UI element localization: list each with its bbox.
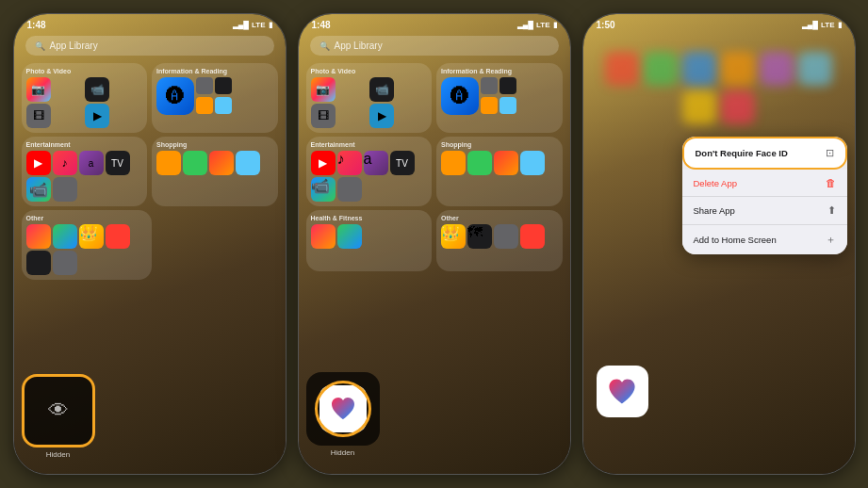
game-icon-1[interactable]: 👑	[79, 224, 104, 249]
shop1-icon-2[interactable]	[441, 151, 466, 175]
context-menu-rest: Delete App 🗑 Share App ⬆ Add to Home Scr…	[682, 170, 847, 254]
hidden-app-wrapper-2: Hidden	[306, 372, 380, 457]
books-icon-1[interactable]	[215, 77, 232, 94]
search-bar-text-2: App Library	[335, 41, 383, 51]
phone-2: 1:48 ▂▄█ LTE ▮ 🔍 App Library Photo & Vid…	[298, 13, 571, 475]
faceid-icon: ⊡	[826, 147, 834, 159]
shop1-icon-1[interactable]	[156, 151, 181, 175]
share-app-item[interactable]: Share App ⬆	[682, 197, 847, 225]
photos2-app-2[interactable]: 🎞	[311, 104, 336, 128]
info-reading-label-2: Information & Reading	[441, 68, 558, 74]
add-home-icon: ＋	[826, 233, 836, 247]
shop2-icon-2[interactable]	[467, 151, 492, 175]
other-ent-2[interactable]	[337, 177, 362, 202]
eye-icon-1: 👁	[48, 399, 69, 423]
shopping-label-2: Shopping	[441, 141, 558, 148]
health-heart-icon-2[interactable]	[319, 385, 367, 432]
hidden-app-box-1[interactable]: 👁	[22, 374, 95, 447]
other-app-1[interactable]	[106, 224, 130, 249]
music-icon-1[interactable]: ♪	[53, 151, 77, 175]
health-icon-small-1[interactable]	[26, 224, 51, 249]
battery-icon-2: ▮	[553, 21, 557, 29]
shop4-icon-2[interactable]	[520, 151, 545, 175]
info-reading-label-1: Information & Reading	[156, 68, 273, 74]
app-store-icon-1[interactable]: 🅐	[156, 77, 194, 115]
camera-app-2[interactable]: 📹	[369, 77, 394, 102]
hidden-label-2: Hidden	[306, 448, 380, 457]
add-home-item[interactable]: Add to Home Screen ＋	[682, 225, 847, 254]
fitness-app-2[interactable]	[337, 224, 362, 249]
other2-icon-2[interactable]	[494, 224, 518, 249]
photos2-app-1[interactable]: 🎞	[26, 104, 51, 128]
health-app-2[interactable]	[311, 224, 336, 249]
photos-app-1[interactable]: 📷	[26, 77, 51, 102]
time-3: 1:50	[597, 20, 615, 30]
camera-app-1[interactable]: 📹	[85, 77, 109, 102]
news-icon-1[interactable]	[196, 77, 213, 94]
video-app-2[interactable]: ▶	[369, 104, 394, 128]
amazon-icon-2[interactable]: a	[364, 151, 388, 175]
other-app-3[interactable]	[53, 251, 77, 275]
activity-icon-1[interactable]	[53, 224, 77, 249]
hidden-section-1: 👁 Hidden	[22, 374, 278, 459]
books-icon-2[interactable]	[500, 77, 516, 94]
app-store-icon-2[interactable]: 🅐	[441, 77, 479, 115]
other-app-2[interactable]	[26, 251, 51, 275]
photo-video-label-1: Photo & Video	[26, 68, 143, 74]
news-icon-2[interactable]	[481, 77, 498, 94]
maps-icon-2[interactable]: 🗺	[467, 224, 492, 249]
time-2: 1:48	[312, 20, 331, 30]
podcast-icon-1[interactable]	[215, 97, 232, 114]
delete-app-icon: 🗑	[826, 177, 836, 188]
amazon-icon-1[interactable]: a	[79, 151, 104, 175]
other3-icon-2[interactable]	[520, 224, 545, 249]
entertainment-category-2: Entertainment ▶ ♪ a TV 📹	[306, 137, 433, 206]
hidden-section-2: Hidden	[306, 372, 563, 459]
safari-icon-2[interactable]	[481, 97, 498, 114]
spacer-1	[156, 210, 278, 280]
status-icons-2: ▂▄█ LTE ▮	[517, 21, 557, 29]
shopping-category-2: Shopping	[436, 137, 563, 206]
podcast-icon-2[interactable]	[500, 97, 516, 114]
facetime-icon-2[interactable]: 📹	[311, 177, 336, 202]
shop3-icon-2[interactable]	[494, 151, 518, 175]
video-app-1[interactable]: ▶	[85, 104, 109, 128]
entertainment-label-1: Entertainment	[26, 141, 143, 148]
photos-app-2[interactable]: 📷	[311, 77, 336, 102]
shop3-icon-1[interactable]	[209, 151, 234, 175]
youtube-icon-2[interactable]: ▶	[311, 151, 336, 175]
safari-icon-1[interactable]	[196, 97, 213, 114]
phone-3-screen: 1:50 ▂▄█ LTE ▮ Don't Require Face ID ⊡	[583, 14, 855, 474]
youtube-icon-1[interactable]: ▶	[26, 151, 51, 175]
share-app-icon: ⬆	[827, 204, 836, 217]
other-label-1: Other	[26, 215, 148, 221]
music-icon-2[interactable]: ♪	[337, 151, 362, 175]
health-app-large-3[interactable]	[597, 366, 648, 417]
battery-icon-3: ▮	[838, 21, 842, 29]
other-ent-1[interactable]	[53, 177, 77, 202]
app-sections-2: Photo & Video 📷 📹 🎞 ▶ Information & Read…	[299, 63, 570, 271]
health-label-2: Health & Fitness	[311, 215, 428, 221]
search-bar-2[interactable]: 🔍 App Library	[310, 36, 559, 56]
appletv-icon-1[interactable]: TV	[106, 151, 130, 175]
delete-app-item[interactable]: Delete App 🗑	[682, 170, 847, 197]
appletv-icon-2[interactable]: TV	[390, 151, 415, 175]
dont-require-faceid-item[interactable]: Don't Require Face ID ⊡	[684, 138, 845, 168]
shop4-icon-1[interactable]	[236, 151, 260, 175]
entertainment-category-1: Entertainment ▶ ♪ a TV 📹	[22, 137, 148, 206]
context-menu-highlighted-item[interactable]: Don't Require Face ID ⊡	[682, 137, 847, 170]
other-category-2: Other 👑 🗺	[436, 210, 563, 271]
lte-label-3: LTE	[821, 21, 835, 29]
search-bar-1[interactable]: 🔍 App Library	[25, 36, 274, 56]
shop2-icon-1[interactable]	[183, 151, 207, 175]
entertainment-label-2: Entertainment	[311, 141, 428, 148]
dont-require-faceid-label: Don't Require Face ID	[696, 148, 788, 158]
photo-video-category-2: Photo & Video 📷 📹 🎞 ▶	[306, 63, 433, 133]
facetime-icon-1[interactable]: 📹	[26, 177, 51, 202]
phone-1-screen: 1:48 ▂▄█ LTE ▮ 🔍 App Library Photo & Vid…	[14, 14, 286, 474]
hidden-app-box-2[interactable]	[306, 372, 380, 446]
game-icon-2[interactable]: 👑	[441, 224, 466, 249]
search-icon-2: 🔍	[319, 41, 330, 51]
status-bar-1: 1:48 ▂▄█ LTE ▮	[14, 14, 286, 32]
health-heart-icon-3[interactable]	[597, 366, 648, 417]
